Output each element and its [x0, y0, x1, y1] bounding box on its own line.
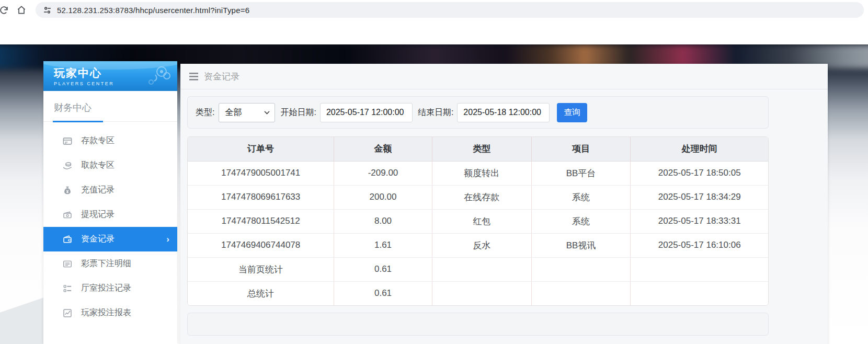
cell-process-time: 2025-05-17 18:50:05	[631, 161, 768, 185]
deposit-zone-icon	[63, 136, 72, 146]
pagination-panel	[187, 313, 769, 336]
cell-project: 系统	[531, 209, 631, 233]
sidebar-item[interactable]: 取款专区 ›	[43, 153, 177, 178]
cell-project	[531, 257, 631, 281]
start-date-input[interactable]: 2025-05-17 12:00:00	[320, 103, 413, 122]
type-label: 类型:	[196, 107, 214, 118]
sidebar-item-label: 取款专区	[81, 160, 115, 171]
sidebar-item[interactable]: 存款专区 ›	[43, 129, 177, 153]
cell-amount: 200.00	[334, 185, 432, 209]
table-column-header: 订单号	[188, 137, 334, 161]
type-select-value: 全部	[225, 107, 242, 118]
cell-amount: 1.61	[334, 233, 432, 257]
menu-toggle-icon[interactable]	[189, 73, 198, 81]
table-row: 1747478011542512 8.00 红包 系统 2025-05-17 1…	[188, 209, 768, 233]
cell-process-time: 2025-05-17 16:10:06	[631, 233, 768, 257]
funds-record-table: 订单号金额类型项目处理时间 1747479005001741 -209.00 额…	[188, 137, 768, 305]
table-row: 总统计 0.61	[188, 281, 768, 305]
sidebar-item[interactable]: 提现记录 ›	[43, 202, 177, 227]
table-row: 1747479005001741 -209.00 额度转出 BB平台 2025-…	[188, 161, 768, 185]
page-header: 资金记录	[180, 64, 828, 89]
sidebar-item[interactable]: 玩家投注报表 ›	[43, 301, 177, 325]
main-panel: 资金记录 类型: 全部 开始日期: 2025-05-17 12:00:00 结束…	[180, 64, 828, 344]
hall-bet-record-icon	[63, 284, 72, 293]
sidebar-item-label: 存款专区	[81, 135, 115, 146]
end-date-input[interactable]: 2025-05-18 12:00:00	[457, 103, 550, 122]
cell-project: BB视讯	[531, 233, 631, 257]
table-row: 当前页统计 0.61	[188, 257, 768, 281]
sidebar-item[interactable]: 资金记录 ›	[43, 227, 177, 251]
cell-process-time	[631, 281, 768, 305]
withdraw-zone-icon	[63, 161, 72, 170]
cell-amount: 0.61	[334, 257, 432, 281]
lottery-bet-detail-icon	[63, 259, 72, 269]
table-row: 1747469406744078 1.61 反水 BB视讯 2025-05-17…	[188, 233, 768, 257]
cell-order-no: 1747478069617633	[188, 185, 334, 209]
address-bar[interactable]: 52.128.231.253:8783/hhcp/usercenter.html…	[36, 2, 864, 18]
cell-type	[432, 281, 531, 305]
cell-amount: 0.61	[334, 281, 432, 305]
cell-type: 在线存款	[432, 185, 531, 209]
withdrawal-record-icon	[63, 210, 72, 220]
cell-project	[531, 281, 631, 305]
finance-center-section-title: 财务中心	[43, 91, 177, 122]
start-date-label: 开始日期:	[280, 107, 316, 118]
sidebar-header: 玩家中心 PLAYERS CENTER	[43, 61, 177, 91]
sidebar-item-label: 资金记录	[81, 234, 115, 245]
cell-type: 额度转出	[432, 161, 531, 185]
sidebar-item-label: 厅室投注记录	[81, 283, 131, 294]
player-bet-report-icon	[63, 308, 72, 318]
browser-toolbar: 52.128.231.253:8783/hhcp/usercenter.html…	[0, 0, 868, 20]
table-column-header: 处理时间	[631, 137, 768, 161]
cell-amount: -209.00	[334, 161, 432, 185]
sidebar-menu: 存款专区 › 取款专区 › 充值记录 › 提现记录 ›	[43, 122, 177, 325]
table-column-header: 金额	[334, 137, 432, 161]
table-row: 1747478069617633 200.00 在线存款 系统 2025-05-…	[188, 185, 768, 209]
cell-process-time: 2025-05-17 18:33:31	[631, 209, 768, 233]
reload-icon[interactable]	[0, 1, 13, 19]
cell-type: 反水	[432, 233, 531, 257]
cell-process-time: 2025-05-17 18:34:29	[631, 185, 768, 209]
cell-process-time	[631, 257, 768, 281]
sidebar-item-label: 彩票下注明细	[81, 258, 131, 269]
cell-project: 系统	[531, 185, 631, 209]
cell-order-no: 当前页统计	[188, 257, 334, 281]
query-button[interactable]: 查询	[557, 103, 587, 122]
type-select[interactable]: 全部	[219, 103, 275, 122]
filter-panel: 类型: 全部 开始日期: 2025-05-17 12:00:00 结束日期: 2…	[187, 96, 769, 129]
cell-type: 红包	[432, 209, 531, 233]
table-header-row: 订单号金额类型项目处理时间	[188, 137, 768, 161]
sidebar-item-label: 提现记录	[81, 209, 115, 220]
site-settings-icon[interactable]	[43, 6, 52, 15]
cell-amount: 8.00	[334, 209, 432, 233]
section-accent-underline	[53, 121, 103, 122]
chevron-right-icon: ›	[166, 234, 169, 245]
sidebar-item[interactable]: 彩票下注明细 ›	[43, 251, 177, 276]
cell-order-no: 总统计	[188, 281, 334, 305]
cell-order-no: 1747479005001741	[188, 161, 334, 185]
chevron-down-icon	[264, 111, 270, 114]
sidebar-item[interactable]: 厅室投注记录 ›	[43, 276, 177, 301]
cell-project: BB平台	[531, 161, 631, 185]
funds-record-icon	[63, 235, 72, 244]
url-text: 52.128.231.253:8783/hhcp/usercenter.html…	[57, 6, 249, 15]
table-body: 1747479005001741 -209.00 额度转出 BB平台 2025-…	[188, 161, 768, 305]
sidebar-item-label: 玩家投注报表	[81, 307, 131, 318]
cell-type	[432, 257, 531, 281]
home-icon[interactable]	[13, 1, 30, 19]
table-column-header: 项目	[531, 137, 631, 161]
sidebar: 玩家中心 PLAYERS CENTER 财务中心 存款专区 › 取款专区 ›	[43, 61, 177, 344]
page-title: 资金记录	[204, 71, 239, 83]
end-date-label: 结束日期:	[418, 107, 453, 118]
funds-record-table-panel: 订单号金额类型项目处理时间 1747479005001741 -209.00 额…	[187, 136, 769, 306]
sidebar-item-label: 充值记录	[81, 185, 115, 196]
table-column-header: 类型	[432, 137, 531, 161]
gamepad-icon	[144, 64, 171, 85]
cell-order-no: 1747478011542512	[188, 209, 334, 233]
recharge-record-icon	[63, 186, 72, 195]
sidebar-item[interactable]: 充值记录 ›	[43, 178, 177, 202]
cell-order-no: 1747469406744078	[188, 233, 334, 257]
